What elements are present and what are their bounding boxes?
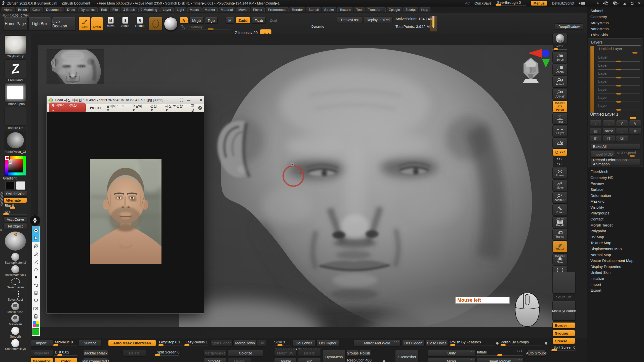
- menu-item[interactable]: Preferences: [266, 7, 289, 12]
- rf-slider[interactable]: Rf 0: [4, 210, 27, 215]
- split-screen-slider[interactable]: Split Screen 0: [552, 345, 576, 351]
- replay-last-button[interactable]: ReplayLast: [337, 17, 363, 23]
- zcut-button[interactable]: Zcut: [267, 17, 279, 23]
- tool-control[interactable]: MidValue 0: [54, 340, 77, 346]
- tool-control[interactable]: Import: [29, 340, 53, 346]
- a-button[interactable]: A: [180, 17, 188, 24]
- palette-section[interactable]: Geometry: [587, 14, 644, 20]
- brush-tile[interactable]: ClayBuildup: [5, 35, 26, 58]
- menu-item[interactable]: Stroke: [322, 7, 336, 12]
- rgb-intensity-slider[interactable]: Rgb Intensity: [180, 24, 230, 30]
- palette-section[interactable]: Export: [587, 287, 644, 293]
- palette-section[interactable]: UV Map: [587, 234, 644, 240]
- tool-tile[interactable]: SelectLasso: [5, 278, 26, 289]
- rotate-mode-button[interactable]: R Rotate: [133, 17, 146, 30]
- stroke-preview-button[interactable]: [149, 17, 163, 31]
- tool-control[interactable]: StoreMT: [204, 358, 227, 362]
- menu-item[interactable]: J-Brush: [121, 7, 137, 12]
- tool-control[interactable]: BackfaceMask: [83, 350, 108, 356]
- tool-tile[interactable]: StartupMaterial: [5, 253, 26, 264]
- tool-control[interactable]: Morph UV: [274, 350, 296, 356]
- bpr-render-button[interactable]: BPR: [552, 33, 568, 44]
- palette-section[interactable]: FiberMesh: [587, 169, 644, 175]
- visibility-tool[interactable]: [32, 227, 39, 234]
- layer-action-button[interactable]: ⊠: [629, 128, 641, 134]
- tool-control[interactable]: Polish By Groups: [500, 340, 543, 346]
- layer-row[interactable]: Layer: [597, 87, 641, 95]
- layer-intensity-track[interactable]: [598, 102, 640, 102]
- tool-control[interactable]: Polish By Features: [450, 340, 495, 346]
- mask-by-feature-button[interactable]: MaskByFeature: [552, 301, 576, 321]
- z-rotation-button[interactable]: Z: [552, 162, 567, 166]
- tool-control[interactable]: Split Hidden: [211, 340, 232, 346]
- undo-tool[interactable]: [32, 281, 39, 289]
- tool-control[interactable]: Flip: [298, 358, 321, 362]
- color-palette-tool[interactable]: [32, 320, 39, 328]
- menu-item[interactable]: Movie: [236, 7, 250, 12]
- menu-item[interactable]: Edit: [99, 7, 109, 12]
- frame-button[interactable]: Frame: [552, 167, 568, 179]
- layers-header[interactable]: Layers: [590, 39, 641, 45]
- polyframe-button[interactable]: Line FillPolyF: [552, 216, 568, 228]
- epicpen-dock-arrow[interactable]: ▶: [1, 228, 3, 232]
- close-icon[interactable]: ×: [638, 1, 640, 6]
- menu-item[interactable]: Color: [30, 7, 43, 12]
- palette-section[interactable]: Contact: [587, 216, 644, 222]
- tool-control[interactable]: Resolution 400: [347, 358, 381, 362]
- m-button[interactable]: M: [226, 17, 234, 24]
- palette-section[interactable]: Normal Map: [587, 252, 644, 258]
- zadd-button[interactable]: Zadd: [236, 17, 250, 24]
- menu-item[interactable]: Draw: [65, 7, 77, 12]
- solo-button[interactable]: DynamicSolo: [552, 253, 568, 265]
- floor-button[interactable]: x y zFloor: [552, 113, 568, 124]
- menu-item[interactable]: Help: [419, 7, 431, 12]
- palette-section[interactable]: Masking: [587, 198, 644, 204]
- tool-control[interactable]: Delete: [123, 350, 146, 356]
- screenshot-tool[interactable]: [32, 304, 39, 312]
- pin-toggle[interactable]: 고정 ✔: [191, 103, 202, 112]
- menu-item[interactable]: Macro: [187, 7, 202, 12]
- menu-item[interactable]: Marker: [203, 7, 218, 12]
- photo-close-icon[interactable]: ✕: [199, 98, 203, 102]
- brush-tile[interactable]: FreeHand: [5, 59, 26, 82]
- tool-tile[interactable]: SelectRect: [5, 290, 26, 301]
- main-color-swatch[interactable]: [6, 181, 15, 190]
- brush-tile[interactable]: FabioPaiva_Clay2: [5, 131, 26, 154]
- palette-section[interactable]: Polypaint: [587, 228, 644, 234]
- texture-preview-box[interactable]: [552, 272, 576, 294]
- palette-section[interactable]: Texture Map: [587, 240, 644, 246]
- rgb-button[interactable]: Rgb: [205, 17, 218, 24]
- undo-history-icon[interactable]: [579, 2, 586, 5]
- layer-row[interactable]: Layer: [597, 79, 641, 87]
- cursor-tool[interactable]: [32, 234, 39, 242]
- record-deformation-button[interactable]: Record Deformation Animation: [591, 159, 640, 165]
- zoom-button[interactable]: Zoom: [552, 64, 568, 75]
- tool-control[interactable]: DelMT: [228, 358, 251, 362]
- photo-maximize-icon[interactable]: □: [194, 98, 196, 102]
- menu-item[interactable]: File: [110, 7, 120, 12]
- aahalf-button[interactable]: AAHalf: [552, 88, 568, 100]
- layer-intensity-track[interactable]: [598, 94, 640, 94]
- menus-button[interactable]: Menus: [531, 1, 547, 6]
- slideshow-menu[interactable]: 슬라이드 쇼 ▼: [106, 104, 128, 112]
- stroke-preview-sphere[interactable]: [5, 232, 26, 251]
- tool-control[interactable]: x y zMirror: [428, 358, 475, 362]
- palette-section[interactable]: Initialize: [587, 276, 644, 282]
- layer-action-button[interactable]: ↳: [629, 120, 641, 127]
- texture-on-label[interactable]: Texture On: [554, 295, 574, 300]
- photo-minimize-icon[interactable]: —: [187, 98, 190, 102]
- layer-action-button[interactable]: ↓: [603, 120, 615, 127]
- mdd-speed-slider[interactable]: MDD Speed: [617, 151, 640, 157]
- lock-camera-button[interactable]: [552, 138, 568, 148]
- palette-section[interactable]: Surface: [587, 187, 644, 193]
- tool-control[interactable]: Geometry: [29, 358, 53, 362]
- y-rotation-button[interactable]: Y: [552, 157, 567, 161]
- tool-control[interactable]: Colorize: [228, 350, 263, 356]
- tool-control[interactable]: Min Connected f: [83, 358, 108, 362]
- default-zscript-button[interactable]: DefaultZScript: [552, 1, 574, 5]
- tool-control[interactable]: Auto Mask FiberMesh: [108, 340, 156, 346]
- local-symmetry-button[interactable]: L.Sym: [552, 125, 568, 137]
- menu-item[interactable]: Zplugin: [387, 7, 402, 12]
- copy-doc-icon[interactable]: [603, 1, 609, 5]
- lightbox-button[interactable]: LightBox: [28, 17, 51, 31]
